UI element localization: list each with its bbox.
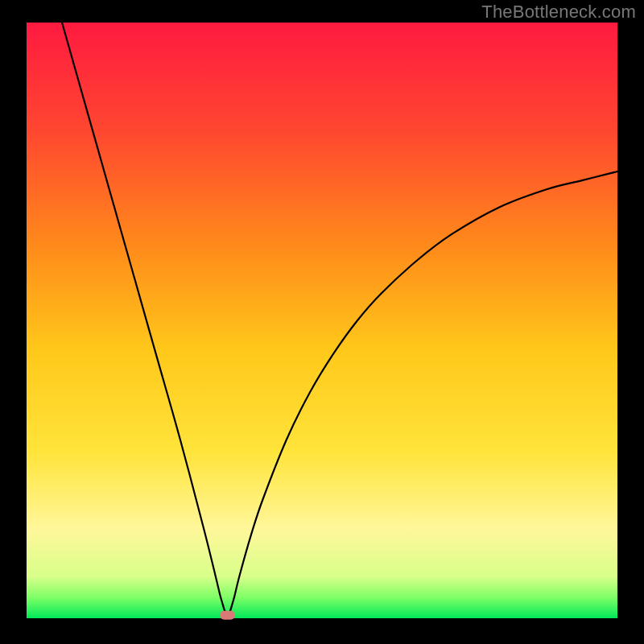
- min-marker: [221, 611, 235, 620]
- watermark-text: TheBottleneck.com: [481, 2, 636, 23]
- chart-frame: TheBottleneck.com: [0, 0, 644, 644]
- bottleneck-chart: [0, 0, 644, 644]
- plot-background: [27, 23, 617, 618]
